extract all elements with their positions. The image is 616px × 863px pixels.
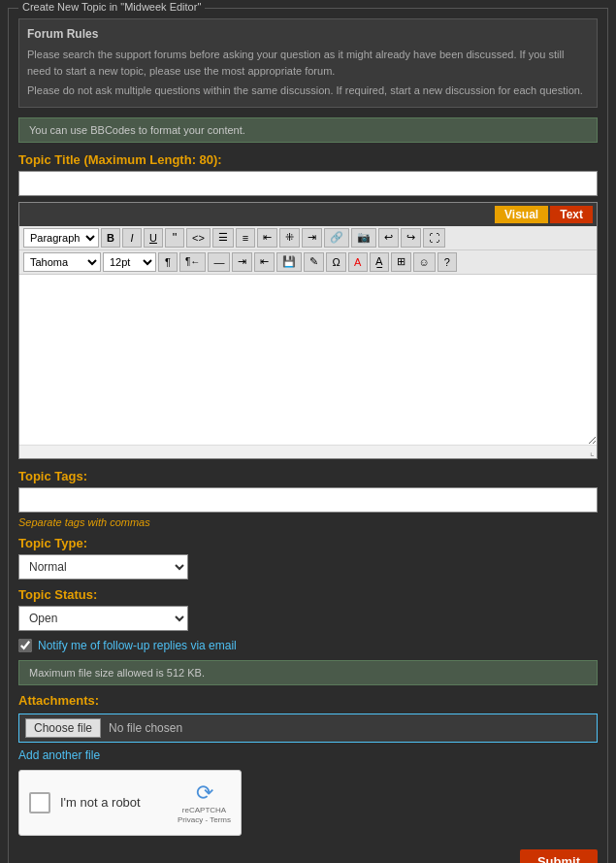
bbcode-notice: You can use BBCodes to format your conte… — [18, 117, 598, 143]
recaptcha-checkbox[interactable] — [29, 792, 50, 813]
undo-button[interactable]: ↩ — [378, 228, 399, 248]
pilcrow-button[interactable]: ¶ — [158, 252, 178, 272]
topic-type-section: Topic Type: Normal Sticky Announcement — [18, 536, 598, 580]
highlight-color-button[interactable]: A̲ — [370, 252, 389, 272]
recaptcha-brand: reCAPTCHA — [182, 806, 226, 815]
editor-view-buttons: Visual Text — [19, 203, 597, 226]
notify-label: Notify me of follow-up replies via email — [38, 639, 237, 652]
topic-title-label: Topic Title (Maximum Length: 80): — [18, 152, 598, 167]
list-button[interactable]: ☰ — [212, 228, 234, 248]
redo-button[interactable]: ↪ — [401, 228, 421, 248]
recaptcha-sub: Privacy - Terms — [178, 815, 231, 825]
editor-content-area[interactable] — [19, 275, 597, 445]
table-button[interactable]: ⊞ — [391, 252, 411, 272]
align-center-button[interactable]: ⁜ — [279, 228, 300, 248]
outdent-button[interactable]: ⇤ — [254, 252, 275, 272]
editor-toolbar-row1: Paragraph Heading 1 Heading 2 Heading 3 … — [19, 226, 597, 250]
topic-type-label: Topic Type: — [18, 536, 598, 550]
topic-title-input[interactable] — [18, 171, 598, 196]
quote-button[interactable]: " — [165, 228, 184, 248]
pilcrow-left-button[interactable]: ¶← — [179, 252, 206, 272]
forum-rules-box: Forum Rules Please search the support fo… — [18, 18, 598, 108]
ordered-list-button[interactable]: ≡ — [236, 228, 255, 248]
font-select[interactable]: Tahoma Arial Verdana — [23, 252, 101, 272]
font-color-button[interactable]: A — [348, 252, 368, 272]
tags-hint: Separate tags with commas — [18, 516, 598, 528]
submit-row: Submit — [18, 846, 598, 863]
forum-rules-line2: Please do not ask multiple questions wit… — [27, 83, 589, 99]
text-button[interactable]: Text — [550, 206, 593, 223]
attachments-label: Attachments: — [18, 693, 598, 708]
resize-icon: ⌞ — [588, 446, 597, 458]
topic-status-section: Topic Status: Open Closed — [18, 587, 598, 631]
fullscreen-button[interactable]: ⛶ — [423, 228, 445, 248]
topic-status-select[interactable]: Open Closed — [18, 606, 188, 631]
topic-type-select[interactable]: Normal Sticky Announcement — [18, 554, 188, 580]
recaptcha-spiral-icon: ⟳ — [196, 780, 213, 806]
file-size-notice: Maximum file size allowed is 512 KB. — [18, 660, 598, 685]
image-button[interactable]: 📷 — [351, 228, 376, 248]
forum-rules-line1: Please search the support forums before … — [27, 47, 589, 79]
editor-resize-handle: ⌞ — [19, 445, 597, 458]
create-topic-panel: Create New Topic in "Midweek Editor" For… — [8, 8, 608, 863]
emoji-button[interactable]: ☺ — [413, 252, 436, 272]
bold-button[interactable]: B — [101, 228, 120, 248]
italic-button[interactable]: I — [122, 228, 142, 248]
code-button[interactable]: <> — [186, 228, 211, 248]
topic-tags-input[interactable] — [18, 487, 598, 513]
recaptcha-box: I'm not a robot ⟳ reCAPTCHA Privacy - Te… — [18, 770, 242, 837]
editor-container: Visual Text Paragraph Heading 1 Heading … — [18, 202, 598, 459]
save-button[interactable]: 💾 — [276, 252, 302, 272]
em-dash-button[interactable]: — — [208, 252, 230, 272]
help-button[interactable]: ? — [438, 252, 457, 272]
align-left-button[interactable]: ⇤ — [257, 228, 277, 248]
paint-button[interactable]: ✎ — [304, 252, 324, 272]
indent-button[interactable]: ⇥ — [232, 252, 252, 272]
submit-button[interactable]: Submit — [520, 849, 598, 863]
add-another-file-link[interactable]: Add another file — [18, 748, 100, 762]
editor-toolbar-row2: Tahoma Arial Verdana 12pt 8pt 10pt 14pt … — [19, 250, 597, 275]
choose-file-button[interactable]: Choose file — [25, 718, 101, 738]
topic-tags-label: Topic Tags: — [18, 469, 598, 483]
forum-rules-title: Forum Rules — [27, 27, 589, 41]
link-button[interactable]: 🔗 — [324, 228, 349, 248]
recaptcha-label: I'm not a robot — [60, 795, 168, 810]
font-size-select[interactable]: 12pt 8pt 10pt 14pt — [103, 252, 156, 272]
recaptcha-logo: ⟳ reCAPTCHA Privacy - Terms — [178, 780, 231, 826]
panel-title: Create New Topic in "Midweek Editor" — [18, 1, 205, 13]
notify-checkbox[interactable] — [18, 639, 32, 652]
notify-row: Notify me of follow-up replies via email — [18, 639, 598, 652]
paragraph-select[interactable]: Paragraph Heading 1 Heading 2 Heading 3 — [23, 228, 99, 248]
align-right-button[interactable]: ⇥ — [302, 228, 322, 248]
visual-button[interactable]: Visual — [495, 206, 548, 223]
file-input-row: Choose file No file chosen — [18, 714, 598, 743]
underline-button[interactable]: U — [144, 228, 163, 248]
omega-button[interactable]: Ω — [326, 252, 345, 272]
topic-status-label: Topic Status: — [18, 587, 598, 602]
no-file-text: No file chosen — [109, 721, 182, 735]
